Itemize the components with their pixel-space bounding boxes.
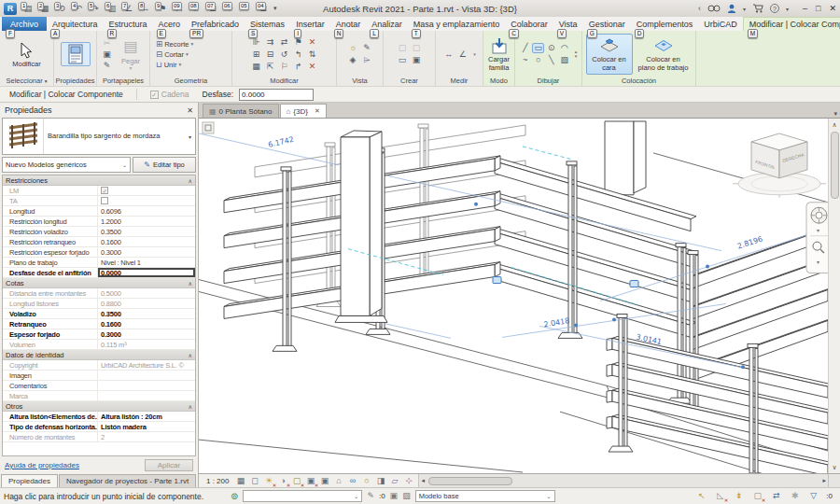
open-icon[interactable]: ▤1	[20, 2, 36, 16]
3d-view-icon[interactable]: ⌂08	[188, 2, 204, 16]
load-family-button[interactable]: Cargar familia	[484, 34, 514, 74]
pin-icon[interactable]: ⚑	[292, 37, 304, 48]
move-icon[interactable]: ⊞	[250, 49, 262, 60]
property-value[interactable]: 0.0000	[98, 268, 195, 277]
delete2-icon[interactable]: ✕	[306, 62, 318, 72]
property-value[interactable]	[98, 381, 195, 390]
tab-gestionar[interactable]: GestionarG	[583, 17, 631, 31]
aligned-dimension-icon[interactable]: ↔8	[137, 2, 154, 16]
visual-style-icon[interactable]: ◻	[248, 475, 260, 486]
property-value[interactable]: 1.2000	[98, 217, 195, 226]
type-dropdown-icon[interactable]: ▾	[185, 119, 195, 154]
tab-masa-y-emplazamiento[interactable]: Masa y emplazamientoT	[408, 17, 506, 31]
workset-dropdown[interactable]: ⌄	[243, 490, 362, 502]
properties-toggle-button[interactable]	[61, 42, 91, 66]
property-checkbox[interactable]	[101, 197, 108, 204]
visibility-icon[interactable]: ☼	[347, 43, 359, 53]
sun-path-icon[interactable]: ☀✕	[262, 475, 274, 486]
render-icon[interactable]: ☀06	[221, 2, 238, 16]
panel-label-medir[interactable]: Medir	[436, 76, 483, 86]
property-section[interactable]: Datos de identidad∧	[3, 350, 195, 360]
tab-analizar[interactable]: AnalizarL	[366, 17, 408, 31]
property-value[interactable]: ✓	[98, 186, 195, 195]
view-tab-3d[interactable]: ⌂ {3D} ✕	[280, 104, 327, 118]
panel-label-geometria[interactable]: Geometría	[150, 76, 231, 86]
view-tab-close-icon[interactable]: ✕	[315, 107, 320, 115]
scroll-up-icon[interactable]: ∧	[829, 119, 840, 131]
rectangle-icon[interactable]: ▭	[532, 43, 544, 53]
search-binoculars-icon[interactable]	[707, 4, 721, 13]
scroll-left-icon[interactable]: ◂	[419, 477, 427, 484]
tab-colaborar[interactable]: ColaborarC	[505, 17, 553, 31]
tab-estructura[interactable]: EstructuraR	[104, 17, 153, 31]
lock-view-icon[interactable]: ⌂	[332, 475, 344, 486]
active-option-icon[interactable]: ▨	[402, 492, 411, 500]
panel-label-vista[interactable]: Vista	[337, 76, 383, 86]
legend-ghost-icon[interactable]: ▢	[397, 43, 409, 53]
collapse-icon[interactable]: ∧	[189, 352, 192, 358]
tab-complementos[interactable]: ComplementosD	[631, 17, 699, 31]
place-on-face-button[interactable]: Colocar en cara	[586, 34, 633, 74]
property-value[interactable]: UrbiCAD Architecture S.L. ©	[98, 360, 195, 370]
copy-element-icon[interactable]: ⊟	[264, 49, 276, 60]
property-value[interactable]	[98, 371, 195, 380]
draw-scroll-icons[interactable]: ▴▾	[574, 49, 579, 59]
scroll-down-icon[interactable]: ∨	[829, 461, 840, 473]
temporary-view-icon[interactable]: ▱	[388, 475, 400, 486]
modify-button[interactable]: Modificar	[8, 38, 44, 71]
spline-icon[interactable]: ~	[519, 55, 531, 65]
array-icon[interactable]: ▦	[250, 62, 262, 72]
split-icon[interactable]: ⇅	[306, 49, 318, 60]
trim-icon[interactable]: ↰	[292, 49, 304, 60]
property-value[interactable]: 0.115 m³	[98, 340, 195, 349]
print-icon[interactable]: ▥6	[104, 2, 120, 16]
unhide-icon[interactable]: ⌲	[361, 55, 373, 65]
close-button[interactable]: ✕	[829, 4, 836, 13]
property-section[interactable]: Cotas∧	[3, 278, 195, 288]
scroll-right-icon[interactable]: ▸	[820, 477, 828, 484]
tab-urbicad[interactable]: UrbiCAD	[698, 17, 743, 31]
scale-icon[interactable]: ⇱	[264, 62, 276, 72]
line-icon[interactable]: ╱	[519, 43, 531, 53]
copy-icon[interactable]: ▣	[101, 49, 113, 60]
dropdown-icon[interactable]: ▾	[743, 6, 746, 12]
drag-elements-icon[interactable]: ⇄	[770, 491, 782, 502]
group-icon[interactable]: ▭	[397, 55, 409, 65]
pick-face-icon[interactable]: ▨	[558, 55, 570, 65]
inscribed-polygon-icon[interactable]: ⊙	[545, 43, 557, 53]
minimize-button[interactable]: –	[803, 4, 807, 13]
vertical-scroll-thumb[interactable]	[831, 132, 839, 199]
tab-modificar-colocar-componente[interactable]: Modificar | Colocar ComponenteM	[743, 17, 840, 31]
cut-geometry-button[interactable]: ⊟Cortar▾	[156, 49, 189, 60]
schedule-ghost-icon[interactable]: ▢	[411, 43, 423, 53]
property-checkbox[interactable]: ✓	[101, 187, 108, 194]
panel-label-propiedades[interactable]: Propiedades	[54, 76, 96, 86]
thin-lines-icon[interactable]: ≡05	[238, 2, 255, 16]
panel-label-portapapeles[interactable]: Portapapeles	[97, 76, 149, 86]
unpin-icon[interactable]: ⚐	[278, 62, 290, 72]
match-properties-icon[interactable]: ✎	[101, 61, 113, 71]
reveal-constraints-icon[interactable]: ⊹	[402, 475, 414, 486]
measure-icon[interactable]: ∠7	[120, 2, 137, 16]
cut-icon[interactable]: ✂	[101, 38, 113, 49]
canvas-corner-icon[interactable]	[203, 122, 214, 133]
override-icon[interactable]: ◈	[347, 55, 359, 65]
undo-icon[interactable]: ↶4	[70, 2, 87, 16]
property-value[interactable]: 0.3500	[98, 309, 195, 318]
tab-arquitectura[interactable]: ArquitecturaA	[47, 17, 104, 31]
tab-insertar[interactable]: InsertarI	[290, 17, 330, 31]
place-on-workplane-button[interactable]: Colocar en plano de trabajo	[635, 34, 693, 74]
property-value[interactable]: 0.3000	[98, 329, 195, 339]
apply-button[interactable]: Aplicar	[145, 459, 193, 471]
select-underlay-icon[interactable]: ◺✕	[714, 491, 726, 502]
mirror-icon[interactable]: ⇄	[278, 37, 290, 48]
tab-archivo[interactable]: ArchivoF	[2, 17, 47, 31]
section-icon[interactable]: ⊟07	[204, 2, 221, 16]
rotate-icon[interactable]: ↺	[278, 49, 290, 60]
panel-label-dibujar[interactable]: Dibujar	[515, 76, 581, 86]
property-value[interactable]: 0.6096	[98, 206, 195, 216]
offset-input[interactable]: 0.0000	[239, 89, 314, 101]
horizontal-scrollbar[interactable]: ◂ ▸	[418, 474, 828, 487]
detail-level-icon[interactable]: ▦	[234, 475, 246, 486]
worksharing-display-icon[interactable]: ◨	[374, 475, 386, 486]
